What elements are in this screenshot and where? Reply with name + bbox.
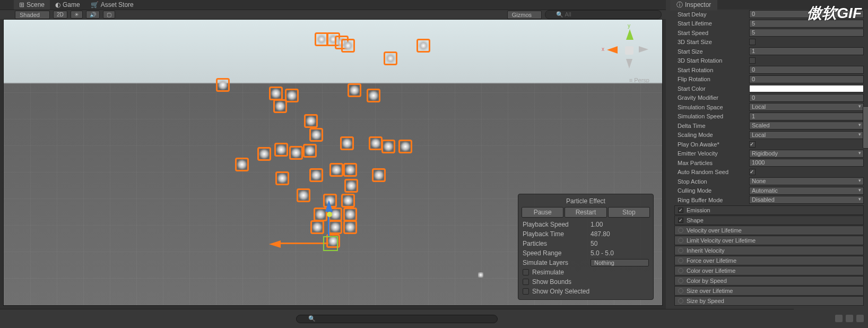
particle[interactable] [340, 136, 354, 150]
fx-toggle[interactable]: ▢ [103, 11, 115, 19]
particle[interactable] [398, 140, 412, 153]
favorite-icon[interactable] [846, 315, 853, 322]
module-color-over-lifetime[interactable]: Color over Lifetime [674, 266, 864, 275]
particle[interactable] [343, 208, 357, 221]
flip-rotation-field[interactable]: 0 [749, 75, 864, 83]
particle[interactable] [257, 147, 271, 161]
axis-x-icon[interactable] [607, 46, 618, 54]
particle[interactable] [329, 163, 343, 177]
scrollbar-thumb[interactable] [863, 106, 868, 149]
simulate-layers-select[interactable]: Nothing [591, 259, 649, 266]
3d-start-rotation-checkbox[interactable] [749, 57, 756, 64]
particle[interactable] [372, 168, 386, 182]
3d-start-size-checkbox[interactable] [749, 39, 756, 45]
stop-button[interactable]: Stop [608, 207, 650, 218]
stop-action-select[interactable]: None [749, 177, 864, 185]
particle[interactable] [343, 163, 357, 177]
auto-random-seed-checkbox[interactable] [749, 169, 756, 175]
checkbox-icon[interactable] [678, 218, 683, 223]
restart-button[interactable]: Restart [565, 207, 606, 218]
filter-icon[interactable] [835, 315, 843, 322]
audio-toggle[interactable]: 🔊 [86, 11, 100, 19]
radio-icon[interactable] [678, 248, 683, 253]
resimulate-checkbox[interactable] [523, 269, 529, 275]
particle[interactable] [289, 146, 303, 160]
lighting-toggle[interactable]: ☀ [71, 11, 83, 19]
scene-viewport[interactable]: x y ≡ Persp Particle Effect Pause Restar… [3, 19, 663, 306]
tab-scene[interactable]: ⊞ Scene [14, 0, 50, 10]
start-rotation-field[interactable]: 0 [749, 66, 864, 74]
culling-mode-select[interactable]: Automatic [749, 187, 864, 195]
particle[interactable] [235, 158, 249, 171]
radio-icon[interactable] [678, 288, 683, 294]
particle[interactable] [341, 39, 355, 53]
simulation-space-select[interactable]: Local [749, 103, 864, 111]
particle[interactable] [369, 136, 383, 150]
tab-game[interactable]: ◐ Game [50, 0, 85, 10]
gizmos-dropdown[interactable]: Gizmos [507, 11, 542, 19]
show-bounds-checkbox[interactable] [523, 279, 529, 285]
show-only-selected-checkbox[interactable] [523, 288, 529, 295]
checkbox-icon[interactable] [678, 208, 683, 213]
tab-asset-store[interactable]: 🛒 Asset Store [85, 0, 139, 10]
orientation-gizmo[interactable]: x y [605, 26, 653, 74]
particle[interactable] [269, 87, 283, 100]
particle[interactable] [275, 171, 289, 185]
gizmo-y-arrow[interactable] [325, 200, 333, 212]
particle[interactable] [343, 220, 357, 234]
module-inherit-velocity[interactable]: Inherit Velocity [674, 246, 864, 255]
axis-neg-icon[interactable] [626, 59, 632, 68]
module-color-by-speed[interactable]: Color by Speed [674, 276, 864, 286]
delta-time-select[interactable]: Scaled [749, 122, 864, 130]
emitter-velocity-select[interactable]: Rigidbody [749, 150, 864, 158]
radio-icon[interactable] [678, 238, 683, 243]
particle[interactable] [310, 220, 324, 234]
module-limit-velocity[interactable]: Limit Velocity over Lifetime [674, 236, 864, 245]
start-lifetime-field[interactable]: 5 [749, 20, 864, 28]
module-shape[interactable]: Shape [674, 215, 864, 225]
particle[interactable] [297, 188, 310, 202]
tab-inspector[interactable]: ⓘ Inspector [670, 0, 717, 11]
playback-time-value[interactable]: 487.80 [591, 230, 649, 238]
start-delay-field[interactable]: 0 [749, 10, 864, 18]
toggle-2d[interactable]: 2D [53, 11, 67, 19]
start-speed-field[interactable]: 5 [749, 29, 864, 37]
gizmo-x-arrow[interactable] [269, 240, 281, 248]
module-emission[interactable]: Emission [674, 205, 864, 215]
projection-label[interactable]: ≡ Persp [629, 77, 649, 83]
radio-icon[interactable] [678, 268, 683, 273]
particle[interactable] [309, 128, 323, 142]
axis-z-icon[interactable] [639, 46, 648, 53]
playback-speed-value[interactable]: 1.00 [591, 221, 649, 228]
particle[interactable] [273, 99, 287, 113]
scene-search-input[interactable]: 🔍 All [545, 10, 662, 19]
radio-icon[interactable] [678, 228, 683, 233]
simulation-speed-field[interactable]: 1 [749, 113, 864, 120]
start-size-field[interactable]: 1 [749, 47, 864, 55]
module-size-over-lifetime[interactable]: Size over Lifetime [674, 286, 864, 296]
particle[interactable] [309, 168, 323, 182]
pause-button[interactable]: Pause [522, 207, 563, 218]
particle[interactable] [381, 140, 395, 153]
particle[interactable] [216, 78, 230, 92]
particle[interactable] [304, 114, 318, 128]
radio-icon[interactable] [678, 258, 683, 263]
scaling-mode-select[interactable]: Local [749, 131, 864, 139]
play-on-awake-checkbox[interactable] [749, 141, 756, 148]
ring-buffer-select[interactable]: Disabled [749, 196, 864, 204]
particle[interactable] [348, 83, 361, 97]
axis-y-icon[interactable] [626, 29, 633, 40]
radio-icon[interactable] [678, 298, 683, 304]
particle[interactable] [416, 39, 430, 53]
particle[interactable] [341, 194, 355, 208]
hidden-icon[interactable] [856, 315, 864, 322]
gizmo-origin[interactable] [323, 236, 338, 251]
start-color-field[interactable] [749, 85, 864, 92]
module-size-by-speed[interactable]: Size by Speed [674, 296, 864, 306]
particle[interactable] [303, 144, 317, 158]
module-force-over-lifetime[interactable]: Force over Lifetime [674, 256, 864, 265]
particle[interactable] [384, 51, 397, 65]
project-search-input[interactable]: 🔍 [296, 315, 498, 323]
module-velocity-over-lifetime[interactable]: Velocity over Lifetime [674, 226, 864, 235]
radio-icon[interactable] [678, 278, 683, 283]
